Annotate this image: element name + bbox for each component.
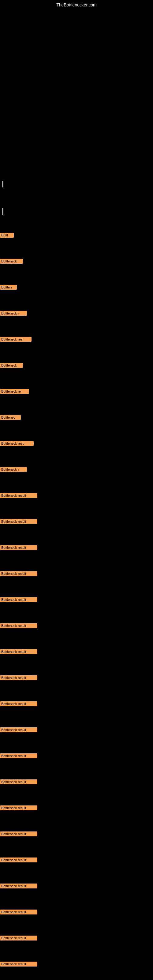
site-title: TheBottlenecker.com	[56, 2, 97, 7]
bottleneck-result-label[interactable]: Bottleneck result	[0, 623, 37, 628]
bottleneck-result-label[interactable]: Bottleneck result	[0, 545, 37, 550]
bottleneck-result-label[interactable]: Bottleneck re	[0, 389, 29, 394]
bottleneck-result-label[interactable]: Bottleneck result	[0, 780, 37, 784]
bottleneck-result-label[interactable]: Bottleneck	[0, 259, 23, 264]
bottleneck-result-label[interactable]: Bottleneck r	[0, 467, 27, 472]
bottleneck-result-label[interactable]: Bottleneck result	[0, 910, 37, 915]
cursor-bar-2	[2, 208, 3, 215]
cursor-bar-1	[2, 181, 3, 188]
bottleneck-result-label[interactable]: Bottleneck	[0, 363, 23, 368]
bottleneck-result-label[interactable]: Bottleneck result	[0, 805, 37, 810]
bottleneck-result-label[interactable]: Bottleneck result	[0, 701, 37, 706]
bottleneck-result-label[interactable]: Bottlen	[0, 285, 17, 290]
bottleneck-result-label[interactable]: Bottleneck result	[0, 935, 37, 940]
bottleneck-result-label[interactable]: Bottleneck result	[0, 493, 37, 498]
bottleneck-result-label[interactable]: Bottleneck result	[0, 753, 37, 758]
bottleneck-result-label[interactable]: Bottleneck result	[0, 832, 37, 836]
bottleneck-result-label[interactable]: Bottlenec	[0, 415, 21, 420]
bottleneck-result-label[interactable]: Bottleneck result	[0, 858, 37, 862]
bottleneck-result-label[interactable]: Bottleneck result	[0, 597, 37, 602]
bottleneck-result-label[interactable]: Bottleneck res	[0, 337, 32, 342]
bottleneck-result-label[interactable]: Bottleneck result	[0, 649, 37, 654]
bottleneck-result-label[interactable]: Bottleneck resu	[0, 441, 33, 446]
bottleneck-result-label[interactable]: Bottleneck result	[0, 727, 37, 732]
bottleneck-result-label[interactable]: Bottleneck result	[0, 571, 37, 576]
bottleneck-result-label[interactable]: Bottl	[0, 233, 14, 238]
bottleneck-result-label[interactable]: Bottleneck result	[0, 519, 37, 524]
bottleneck-result-label[interactable]: Bottleneck r	[0, 311, 27, 316]
bottleneck-result-label[interactable]: Bottleneck result	[0, 883, 37, 888]
bottleneck-result-label[interactable]: Bottleneck result	[0, 962, 37, 967]
bottleneck-result-label[interactable]: Bottleneck result	[0, 675, 37, 680]
